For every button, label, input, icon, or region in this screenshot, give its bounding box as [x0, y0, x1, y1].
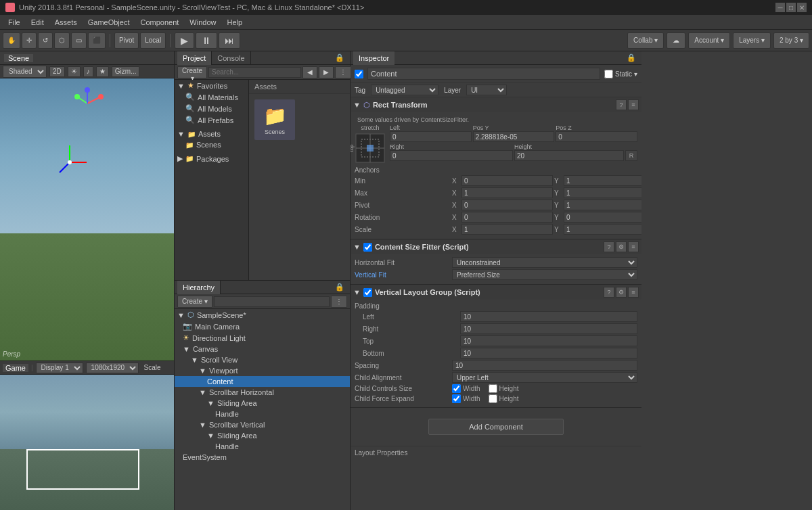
layers-button[interactable]: Layers ▾	[733, 32, 771, 49]
project-lock-icon[interactable]: 🔒	[332, 53, 347, 62]
menu-window[interactable]: Window	[184, 17, 221, 28]
pause-button[interactable]: ⏸	[196, 32, 217, 49]
pivot-x-input[interactable]	[461, 200, 553, 210]
favorites-header[interactable]: ▼ ★ Favorites	[175, 80, 248, 91]
rot-y-input[interactable]	[564, 212, 641, 223]
handle-h-item[interactable]: Handle	[175, 409, 350, 419]
packages-header[interactable]: ▶ 📁 Packages	[175, 153, 248, 164]
scale-y-input[interactable]	[564, 224, 641, 235]
viewport-item[interactable]: ▼ Viewport	[175, 365, 350, 376]
menu-help[interactable]: Help	[221, 17, 248, 28]
add-component-button[interactable]: Add Component	[428, 419, 564, 435]
vlg-more-btn[interactable]: ≡	[628, 287, 639, 298]
project-nav-back[interactable]: ◀	[302, 66, 317, 78]
controls-height-checkbox[interactable]	[489, 384, 497, 393]
height-input[interactable]	[514, 150, 624, 161]
play-button[interactable]: ▶	[175, 32, 194, 49]
csf-settings-btn[interactable]: ⚙	[616, 241, 627, 252]
max-y-input[interactable]	[564, 187, 641, 198]
content-item[interactable]: Content	[175, 376, 350, 387]
layer-select[interactable]: UI	[466, 85, 507, 95]
gizmo-button[interactable]: Gizm...	[112, 66, 140, 77]
object-name-input[interactable]	[367, 68, 600, 80]
all-models-item[interactable]: 🔍 All Models	[175, 103, 248, 114]
scroll-view-item[interactable]: ▼ Scroll View	[175, 354, 350, 365]
scrollbar-v-item[interactable]: ▼ Scrollbar Vertical	[175, 419, 350, 430]
max-x-input[interactable]	[461, 187, 553, 198]
inspector-lock-icon[interactable]: 🔒	[624, 53, 639, 62]
project-tab[interactable]: Project	[177, 51, 212, 65]
force-height-checkbox[interactable]	[489, 394, 497, 403]
scenes-asset-folder[interactable]: 📁 Scenes	[254, 99, 295, 140]
scene-root-item[interactable]: ▼ ⬡ SampleScene*	[175, 309, 350, 321]
pos-y-input[interactable]	[473, 131, 555, 142]
directional-light-item[interactable]: ☀ Directional Light	[175, 332, 350, 344]
height-r-btn[interactable]: R	[625, 150, 637, 161]
shaded-select[interactable]: Shaded	[3, 66, 47, 78]
static-dropdown[interactable]: ▾	[634, 70, 637, 78]
account-button[interactable]: Account ▾	[688, 32, 730, 49]
min-y-input[interactable]	[564, 175, 641, 186]
rect-transform-settings-btn[interactable]: ?	[616, 99, 627, 110]
padding-bottom-input[interactable]	[460, 348, 637, 358]
local-button[interactable]: Local	[140, 32, 166, 49]
console-tab[interactable]: Console	[212, 51, 250, 65]
pivot-y-input[interactable]	[564, 200, 641, 210]
canvas-item[interactable]: ▼ Canvas	[175, 344, 350, 354]
controls-width-checkbox[interactable]	[452, 384, 461, 393]
padding-left-input[interactable]	[460, 311, 637, 322]
hierarchy-more-btn[interactable]: ⋮	[331, 296, 347, 308]
window-controls[interactable]: ─ □ ✕	[775, 3, 807, 12]
horizontal-fit-select[interactable]: Unconstrained	[452, 257, 637, 268]
vlg-enabled-checkbox[interactable]	[363, 288, 372, 297]
all-materials-item[interactable]: 🔍 All Materials	[175, 91, 248, 103]
display-select[interactable]: Display 1	[36, 363, 83, 373]
project-create-button[interactable]: Create ▾	[177, 66, 207, 78]
left-input[interactable]	[390, 131, 472, 142]
event-system-item[interactable]: EventSystem	[175, 452, 350, 463]
csf-help-btn[interactable]: ?	[604, 241, 614, 252]
menu-gameobject[interactable]: GameObject	[83, 17, 135, 28]
handle-v-item[interactable]: Handle	[175, 441, 350, 452]
main-camera-item[interactable]: 📷 Main Camera	[175, 321, 350, 332]
scrollbar-h-item[interactable]: ▼ Scrollbar Horizontal	[175, 387, 350, 398]
step-button[interactable]: ⏭	[219, 32, 240, 49]
vertical-fit-select[interactable]: Preferred Size	[452, 269, 637, 280]
game-tab[interactable]: Game	[3, 364, 28, 372]
force-width-checkbox[interactable]	[452, 394, 461, 403]
min-x-input[interactable]	[461, 175, 553, 186]
2d-button[interactable]: 2D	[49, 66, 65, 77]
hierarchy-create-button[interactable]: Create ▾	[177, 296, 212, 308]
cloud-button[interactable]: ☁	[667, 32, 685, 49]
scenes-item[interactable]: 📁 Scenes	[175, 139, 248, 150]
project-nav-forward[interactable]: ▶	[319, 66, 334, 78]
collab-button[interactable]: Collab ▾	[627, 32, 664, 49]
hand-tool-button[interactable]: ✋	[3, 32, 20, 49]
padding-right-input[interactable]	[460, 323, 637, 334]
sliding-area-h-item[interactable]: ▼ Sliding Area	[175, 398, 350, 409]
rect-transform-header[interactable]: ▼ ⬡ Rect Transform ? ≡	[351, 97, 641, 112]
rot-x-input[interactable]	[461, 212, 553, 223]
rect-transform-more-btn[interactable]: ≡	[628, 99, 639, 110]
scale-x-input[interactable]	[461, 224, 553, 235]
project-search-input[interactable]	[208, 67, 301, 78]
spacing-input[interactable]	[452, 360, 637, 371]
hierarchy-lock-icon[interactable]: 🔒	[332, 283, 347, 292]
menu-assets[interactable]: Assets	[49, 17, 83, 28]
child-alignment-select[interactable]: Upper Left	[452, 372, 637, 383]
vlg-help-btn[interactable]: ?	[604, 287, 614, 298]
object-active-checkbox[interactable]	[355, 70, 363, 78]
hierarchy-tab[interactable]: Hierarchy	[177, 281, 221, 294]
transform-tool-button[interactable]: ⬛	[88, 32, 106, 49]
close-button[interactable]: ✕	[797, 3, 807, 12]
menu-file[interactable]: File	[3, 17, 26, 28]
light-toggle-button[interactable]: ☀	[68, 66, 81, 77]
all-prefabs-item[interactable]: 🔍 All Prefabs	[175, 114, 248, 126]
layout-button[interactable]: 2 by 3 ▾	[773, 32, 809, 49]
audio-toggle-button[interactable]: ♪	[83, 66, 93, 77]
csf-more-btn[interactable]: ≡	[628, 241, 639, 252]
csf-enabled-checkbox[interactable]	[363, 243, 372, 252]
resolution-select[interactable]: 1080x1920	[86, 363, 139, 373]
tag-select[interactable]: Untagged	[371, 85, 438, 95]
assets-header[interactable]: ▼ 📁 Assets	[175, 129, 248, 139]
